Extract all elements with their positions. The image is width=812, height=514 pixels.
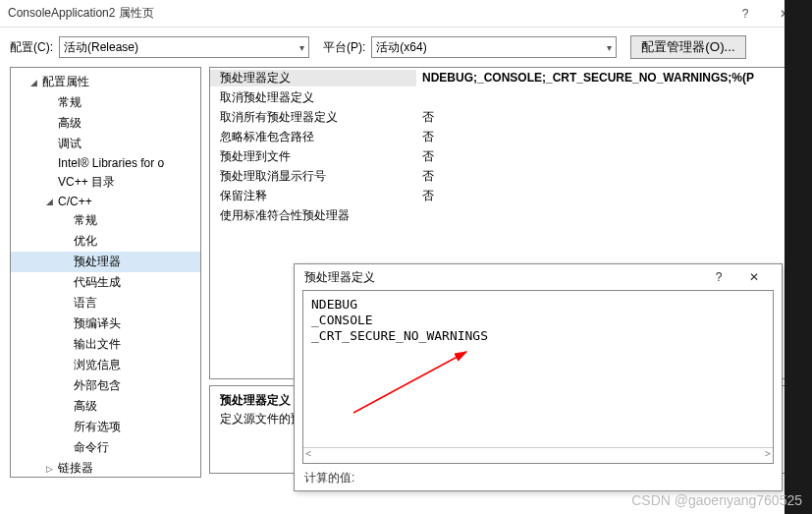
property-row[interactable]: 取消所有预处理器定义否 [210,107,801,127]
tree-item[interactable]: 命令行 [11,437,200,458]
tree-item-label: 调试 [58,136,81,152]
property-key: 忽略标准包含路径 [210,129,416,145]
tree-item-label: 代码生成 [74,274,121,291]
scroll-left-icon[interactable]: < [305,448,311,463]
popup-scrollbar[interactable]: < > [303,447,773,463]
platform-combo[interactable]: 活动(x64) ▾ [371,36,617,58]
tree-item[interactable]: 语言 [11,293,200,314]
tree-item[interactable]: 调试 [11,134,200,154]
tree-item[interactable]: 浏览信息 [11,355,200,375]
tree-item[interactable]: 输出文件 [11,334,200,355]
popup-textarea[interactable]: NDEBUG_CONSOLE_CRT_SECURE_NO_WARNINGS < … [302,290,774,464]
tree-item-label: 外部包含 [74,377,121,394]
chevron-down-icon: ▾ [607,42,612,53]
popup-title-text: 预处理器定义 [304,269,701,286]
property-key: 预处理取消显示行号 [210,168,416,185]
config-row: 配置(C): 活动(Release) ▾ 平台(P): 活动(x64) ▾ 配置… [0,28,812,67]
property-row[interactable]: 使用标准符合性预处理器 [210,205,801,225]
tree-item-label: 配置属性 [42,74,89,90]
popup-line: _CONSOLE [311,313,765,328]
property-key: 使用标准符合性预处理器 [210,207,416,224]
tree-item[interactable]: 常规 [11,210,200,231]
platform-value: 活动(x64) [376,39,426,56]
tree-item[interactable]: 外部包含 [11,375,200,396]
popup-line: _CRT_SECURE_NO_WARNINGS [311,328,765,344]
tree-item[interactable]: 高级 [11,113,200,134]
preprocessor-popup: 预处理器定义 ? ✕ NDEBUG_CONSOLE_CRT_SECURE_NO_… [294,263,783,491]
tree-item-label: 常规 [74,212,97,229]
window-title: ConsoleApplication2 属性页 [8,5,726,22]
tree-item-label: 优化 [74,233,97,250]
tree-item-label: 语言 [74,295,97,312]
config-value: 活动(Release) [64,39,138,56]
editor-dark-strip [785,0,812,514]
property-row[interactable]: 预处理取消显示行号否 [210,166,801,186]
tree-item[interactable]: VC++ 目录 [11,172,200,193]
property-value: 否 [416,148,801,165]
tree-item[interactable]: ◢配置属性 [11,72,200,92]
property-key: 保留注释 [210,188,416,204]
popup-footer-label: 计算的值: [295,468,782,490]
popup-close-button[interactable]: ✕ [736,270,772,284]
config-manager-button[interactable]: 配置管理器(O)... [630,35,745,59]
tree-item-label: C/C++ [58,195,92,208]
tree-item-label: 高级 [74,398,97,415]
property-row[interactable]: 预处理到文件否 [210,146,801,166]
tree-caret-icon: ▷ [46,464,56,474]
tree-item[interactable]: Intel® Libraries for o [11,154,200,172]
property-key: 取消预处理器定义 [210,89,416,106]
popup-help-button[interactable]: ? [701,270,736,284]
config-label: 配置(C): [10,39,53,56]
config-combo[interactable]: 活动(Release) ▾ [59,36,309,58]
property-key: 预处理到文件 [210,148,416,165]
tree-item-label: VC++ 目录 [58,174,115,191]
tree-item[interactable]: 所有选项 [11,417,200,437]
scroll-right-icon[interactable]: > [765,448,771,463]
help-button[interactable]: ? [726,7,765,21]
property-row[interactable]: 取消预处理器定义 [210,87,801,107]
tree-caret-icon: ◢ [46,197,56,206]
tree-item-label: 常规 [58,94,81,111]
watermark: CSDN @gaoenyang760525 [631,492,802,508]
tree-item[interactable]: 预处理器 [11,252,200,272]
property-value: 否 [416,129,801,145]
tree-item-label: Intel® Libraries for o [58,156,164,170]
property-row[interactable]: 保留注释否 [210,186,801,205]
tree-item-label: 高级 [58,115,81,132]
property-value: 否 [416,168,801,185]
titlebar: ConsoleApplication2 属性页 ? ✕ [0,0,812,28]
tree-item-label: 浏览信息 [74,357,121,373]
tree-item-label: 命令行 [74,439,109,456]
property-value: 否 [416,109,801,126]
tree-item[interactable]: 高级 [11,396,200,417]
tree-item-label: 输出文件 [74,336,121,353]
tree-item[interactable]: 常规 [11,92,200,113]
tree-item[interactable]: 优化 [11,231,200,252]
property-value: 否 [416,188,801,204]
tree-item[interactable]: ◢C/C++ [11,193,200,210]
tree-item-label: 链接器 [58,460,93,477]
popup-titlebar: 预处理器定义 ? ✕ [295,264,782,290]
property-tree[interactable]: ◢配置属性常规高级调试Intel® Libraries for oVC++ 目录… [10,67,201,478]
property-row[interactable]: 忽略标准包含路径否 [210,127,801,146]
property-key: 取消所有预处理器定义 [210,109,416,126]
chevron-down-icon: ▾ [299,42,304,53]
property-value: NDEBUG;_CONSOLE;_CRT_SECURE_NO_WARNINGS;… [416,71,801,85]
tree-item[interactable]: ▷链接器 [11,458,200,478]
property-key: 预处理器定义 [210,70,416,86]
popup-line: NDEBUG [311,297,765,313]
tree-item-label: 所有选项 [74,419,121,435]
tree-item[interactable]: 代码生成 [11,272,200,293]
tree-item-label: 预处理器 [74,254,121,270]
platform-label: 平台(P): [323,39,365,56]
property-row[interactable]: 预处理器定义NDEBUG;_CONSOLE;_CRT_SECURE_NO_WAR… [210,68,801,87]
tree-caret-icon: ◢ [30,78,40,87]
tree-item[interactable]: 预编译头 [11,314,200,334]
tree-item-label: 预编译头 [74,315,121,332]
